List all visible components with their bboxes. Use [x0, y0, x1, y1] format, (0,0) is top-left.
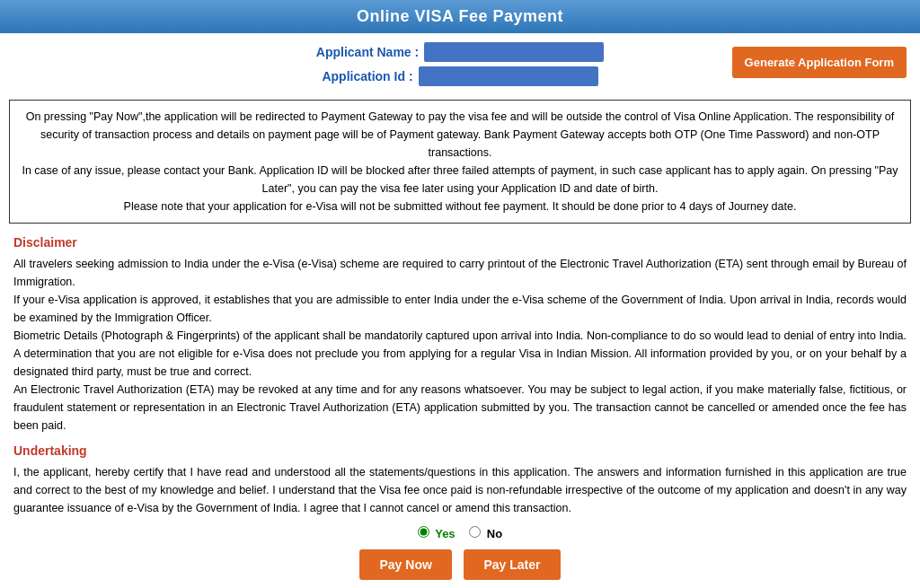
- applicant-info: Applicant Name : Application Id :: [311, 42, 608, 91]
- yes-no-row: Yes No: [13, 526, 907, 540]
- top-section: Applicant Name : Application Id : Genera…: [0, 33, 920, 95]
- applicant-name-row: Applicant Name :: [311, 42, 608, 62]
- application-id-label: Application Id :: [322, 69, 412, 83]
- applicant-name-label: Applicant Name :: [316, 45, 419, 59]
- disclaimer-title: Disclaimer: [13, 235, 907, 250]
- notice-text: On pressing "Pay Now",the application wi…: [22, 110, 898, 213]
- application-id-value: [419, 66, 598, 86]
- yes-radio[interactable]: [418, 526, 429, 538]
- yes-label: Yes: [435, 527, 455, 540]
- disclaimer-text: All travelers seeking admission to India…: [13, 255, 907, 434]
- no-option[interactable]: No: [469, 527, 502, 540]
- no-label: No: [487, 527, 502, 540]
- applicant-name-value: [424, 42, 604, 62]
- application-id-row: Application Id :: [311, 66, 608, 86]
- disclaimer-section: Disclaimer All travelers seeking admissi…: [13, 235, 907, 434]
- page-title: Online VISA Fee Payment: [357, 7, 563, 25]
- no-radio[interactable]: [469, 526, 481, 538]
- undertaking-text: I, the applicant, hereby certify that I …: [13, 463, 907, 517]
- main-content: Disclaimer All travelers seeking admissi…: [0, 228, 920, 588]
- pay-now-button[interactable]: Pay Now: [359, 549, 451, 580]
- generate-form-button[interactable]: Generate Application Form: [732, 47, 907, 78]
- notice-box: On pressing "Pay Now",the application wi…: [9, 100, 911, 224]
- undertaking-section: Undertaking I, the applicant, hereby cer…: [13, 443, 907, 540]
- page-header: Online VISA Fee Payment: [0, 0, 920, 33]
- undertaking-title: Undertaking: [13, 443, 907, 458]
- yes-option[interactable]: Yes: [418, 527, 458, 540]
- pay-later-button[interactable]: Pay Later: [464, 549, 560, 580]
- pay-buttons-row: Pay Now Pay Later: [13, 549, 907, 580]
